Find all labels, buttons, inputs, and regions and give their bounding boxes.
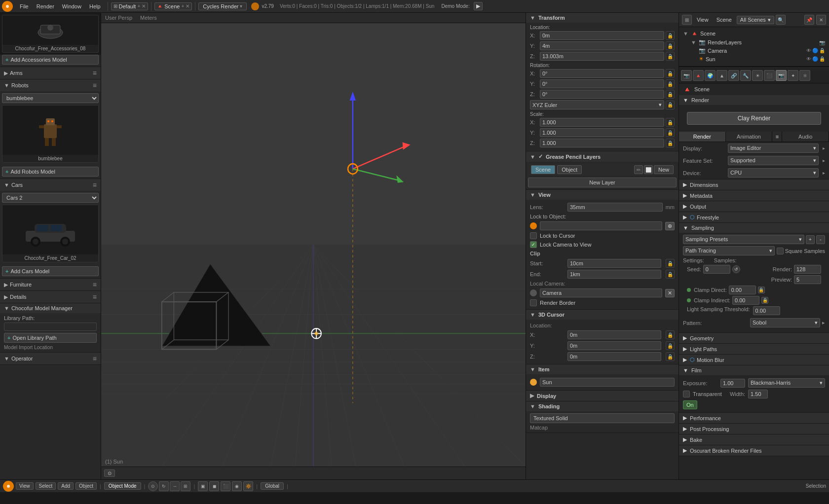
render-tab-audio[interactable]: Audio <box>782 132 829 142</box>
transform-select[interactable]: Global <box>261 482 284 490</box>
tree-scene[interactable]: ▼ 🔺 Scene <box>681 29 827 38</box>
scale-x-lock[interactable]: 🔒 <box>666 118 675 127</box>
add-btn-bottom[interactable]: Add <box>58 482 74 490</box>
tree-renderlayers[interactable]: ▼ 📷 RenderLayers 📷 <box>689 38 827 46</box>
sampling-preset-select[interactable]: Sampling Presets ▾ <box>683 235 804 244</box>
menu-render[interactable]: Render <box>33 2 58 10</box>
scale-icon[interactable]: ⊞ <box>181 481 190 491</box>
clip-end-input[interactable] <box>567 270 661 279</box>
bake-header[interactable]: ▶ Bake <box>679 434 829 445</box>
cursor-y-lock[interactable]: 🔒 <box>666 341 675 350</box>
light-paths-header[interactable]: ▶ Light Paths <box>679 344 829 354</box>
props-render-icon[interactable]: 📷 <box>681 70 692 81</box>
clip-start-input[interactable] <box>567 259 661 268</box>
render-icon[interactable]: 🔆 <box>243 481 253 491</box>
square-samples-cb[interactable] <box>777 248 784 254</box>
scene-close[interactable]: ✕ <box>186 3 189 9</box>
camera-clear-btn[interactable]: ✕ <box>665 289 675 297</box>
outliner-close-icon[interactable]: ✕ <box>816 15 826 25</box>
output-header[interactable]: ▶ Output <box>679 201 829 212</box>
props-modifier-icon[interactable]: 🔧 <box>740 70 751 81</box>
props-physics-icon[interactable]: ⚛ <box>799 70 810 81</box>
cars-dropdown[interactable]: Cars 2 <box>2 193 99 203</box>
render-tab-animation[interactable]: Animation <box>726 132 773 142</box>
details-header[interactable]: ▶Details ≡ <box>0 291 101 303</box>
shading-mode-btn[interactable]: Textured Solid <box>530 413 675 423</box>
add-cars-btn[interactable]: + Add Cars Model <box>2 266 99 276</box>
cursor-y-input[interactable] <box>567 341 661 350</box>
sun-vis-icon[interactable]: 👁 <box>806 56 811 62</box>
move-icon[interactable]: ↔ <box>170 481 180 491</box>
add-robots-btn[interactable]: + Add Robots Model <box>2 167 99 177</box>
robots-dropdown[interactable]: bumblebee <box>2 93 99 103</box>
select-btn[interactable]: Select <box>36 482 56 490</box>
loc-z-input[interactable] <box>540 52 664 61</box>
gp-eraser-icon[interactable]: ⬜ <box>644 165 653 174</box>
view-header[interactable]: ▼ View <box>526 190 678 200</box>
sampling-remove-icon[interactable]: - <box>816 235 825 244</box>
rot-y-input[interactable] <box>540 79 664 88</box>
dimensions-header[interactable]: ▶ Dimensions <box>679 180 829 190</box>
bottom-blender-icon[interactable] <box>3 481 14 492</box>
display-arrow[interactable]: ▸ <box>823 145 825 151</box>
filter-select[interactable]: Blackman-Harris ▾ <box>748 378 825 388</box>
robots-header[interactable]: ▼Robots ≡ <box>0 79 101 91</box>
post-proc-header[interactable]: ▶ Post Processing <box>679 424 829 434</box>
rot-x-input[interactable] <box>540 69 664 78</box>
library-path-input[interactable] <box>4 323 97 331</box>
sampling-add-icon[interactable]: + <box>806 235 815 244</box>
open-library-btn[interactable]: + Open Library Path <box>4 333 97 343</box>
menu-file[interactable]: File <box>16 2 33 10</box>
render-preview-icon[interactable]: ▣ <box>198 481 208 491</box>
camera-render-icon[interactable]: 🔵 <box>812 48 818 53</box>
camera-vis-icon[interactable]: 👁 <box>806 48 811 53</box>
play-btn[interactable]: ▶ <box>474 2 483 10</box>
pattern-arrow[interactable]: ▸ <box>822 320 825 326</box>
cursor-z-input[interactable] <box>567 352 661 361</box>
props-constraint-icon[interactable]: 🔗 <box>728 70 739 81</box>
width-input[interactable] <box>748 390 768 398</box>
clip-end-lock[interactable]: 🔒 <box>666 270 675 279</box>
vp-icon-btn[interactable]: ⊙ <box>104 469 115 477</box>
oscurart-header[interactable]: ▶ Oscurart Broken Render Files <box>679 445 829 456</box>
render-samples-input[interactable] <box>794 265 821 274</box>
gp-header-row[interactable]: ▼ ✓ Grease Pencil Layers <box>526 151 678 162</box>
outliner-icon[interactable]: ⊞ <box>682 15 692 25</box>
film-header[interactable]: ▼ Film <box>679 365 829 375</box>
clamp-direct-input[interactable] <box>729 286 756 294</box>
snap-icon[interactable]: ⊙ <box>148 481 158 491</box>
lock-obj-btn[interactable]: ⊕ <box>665 222 675 230</box>
sun-render-icon[interactable]: 🔵 <box>812 56 818 62</box>
rotation-mode-select[interactable]: XYZ Euler ▾ <box>530 100 664 109</box>
gp-new-layer-btn[interactable]: New Layer <box>528 178 677 187</box>
props-material-icon[interactable]: ⬛ <box>764 70 775 81</box>
transform-header[interactable]: ▼ Transform <box>526 13 678 23</box>
scale-z-lock[interactable]: 🔒 <box>666 139 675 147</box>
tree-camera[interactable]: 📷 Camera 👁 🔵 🔒 <box>689 46 827 55</box>
arms-header[interactable]: ▶Arms ≡ <box>0 67 101 79</box>
render-header[interactable]: ▼ Render <box>679 95 829 105</box>
scale-y-input[interactable] <box>540 128 664 137</box>
engine-label[interactable]: Cycles Render <box>203 3 238 9</box>
rotate-icon[interactable]: ↻ <box>159 481 169 491</box>
render-border-cb[interactable] <box>530 299 537 306</box>
gp-scene-btn[interactable]: Scene <box>531 165 555 174</box>
lock-cursor-cb[interactable] <box>530 232 537 239</box>
rot-y-lock[interactable]: 🔒 <box>666 79 675 88</box>
loc-y-lock[interactable]: 🔒 <box>666 41 675 50</box>
loc-x-lock[interactable]: 🔒 <box>666 31 675 40</box>
model-manager-header[interactable]: ▼Chocofur Model Manager <box>0 303 101 313</box>
camera-input[interactable] <box>540 288 662 297</box>
shading-header[interactable]: ▼ Shading <box>526 401 678 411</box>
freestyle-header[interactable]: ▶ ⬡ Freestyle <box>679 212 829 222</box>
clip-start-lock[interactable]: 🔒 <box>666 259 675 268</box>
texture-icon[interactable]: ⬛ <box>221 481 230 491</box>
item-name-input[interactable] <box>540 378 675 387</box>
renderlayers-camera-icon[interactable]: 📷 <box>819 40 825 45</box>
sun-move-icon[interactable]: 🔒 <box>819 56 825 62</box>
props-particles-icon[interactable]: ✦ <box>788 70 798 81</box>
camera-move-icon[interactable]: 🔒 <box>819 48 825 53</box>
seed-input[interactable] <box>703 265 730 274</box>
rot-mode-lock[interactable]: 🔒 <box>666 101 675 109</box>
add-accessories-btn[interactable]: + Add Accessories Model <box>2 55 99 65</box>
